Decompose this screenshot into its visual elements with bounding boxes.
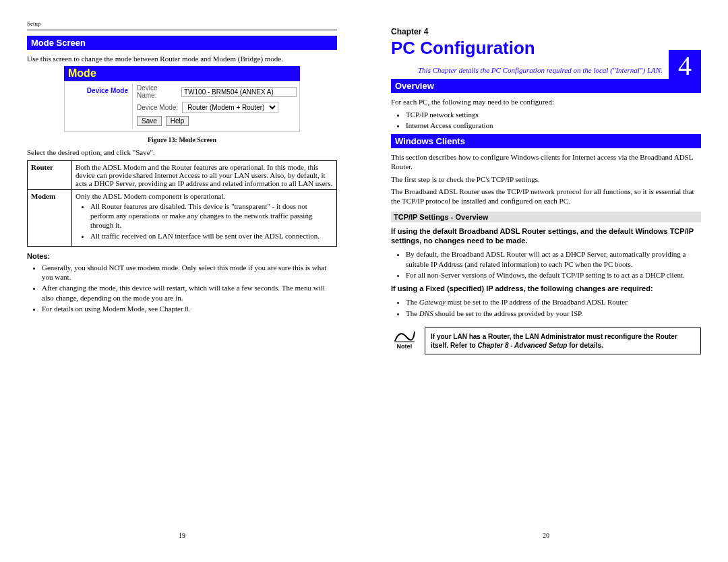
after-figure-text: Select the desired option, and click "Sa… (27, 148, 337, 157)
mode-screen-figure: Mode Device Mode Device Name: Device Mod… (64, 66, 300, 132)
notes-heading: Notes: (27, 252, 337, 260)
list-item: Generally, you should NOT use modem mode… (42, 263, 337, 282)
router-cell-label: Router (28, 160, 72, 189)
header-rule (27, 30, 337, 30)
router-cell-text: Both the ADSL Modem and the Router featu… (72, 160, 337, 189)
modem-cell-label: Modem (28, 189, 72, 246)
figure-caption: Figure 13: Mode Screen (27, 136, 337, 144)
device-mode-select[interactable]: Router (Modem + Router) (182, 102, 278, 113)
list-item: After changing the mode, this device wil… (42, 283, 337, 303)
help-button[interactable]: Help (166, 116, 189, 126)
list-item: TCP/IP network settings (406, 110, 701, 119)
left-page: Setup Mode Screen Use this screen to cha… (27, 20, 337, 539)
tcpip-heading: TCP/IP Settings - Overview (391, 212, 701, 222)
mode-figure-body: Device Mode Device Name: Device Mode: Ro… (64, 81, 300, 132)
device-mode-label: Device Mode: (137, 104, 178, 111)
note-icon-label: Note! (397, 343, 413, 350)
list-item: All Router features are disabled. This d… (90, 201, 333, 230)
list-item: Internet Access configuration (406, 121, 701, 130)
modem-bullets: All Router features are disabled. This d… (75, 201, 333, 241)
list-item: The Gateway must be set to the IP addres… (406, 297, 701, 307)
mode-intro: Use this screen to change the mode betwe… (27, 54, 337, 63)
save-button[interactable]: Save (137, 116, 162, 126)
mode-options-table: Router Both the ADSL Modem and the Route… (27, 160, 337, 247)
notes-list: Generally, you should NOT use modem mode… (27, 263, 337, 313)
section-bar-mode-screen: Mode Screen (27, 36, 337, 50)
overview-list: TCP/IP network settings Internet Access … (391, 110, 701, 131)
note-text-em: Chapter 8 - Advanced Setup (477, 342, 567, 349)
device-name-row: Device Name: (137, 84, 297, 99)
running-head: Setup (27, 20, 337, 27)
chapter-blurb: This Chapter details the PC Configuratio… (418, 65, 701, 75)
mode-figure-bar: Mode (64, 66, 300, 81)
tcpip-bold1: If using the default Broadband ADSL Rout… (391, 226, 701, 246)
list-item: For details on using Modem Mode, see Cha… (42, 304, 337, 313)
overview-intro: For each PC, the following may need to b… (391, 97, 701, 106)
list-item: By default, the Broadband ADSL Router wi… (406, 249, 701, 269)
win-p1: This section describes how to configure … (391, 152, 701, 172)
tcpip-list-2: The Gateway must be set to the IP addres… (391, 297, 701, 318)
win-p2: The first step is to check the PC's TCP/… (391, 175, 701, 184)
dns-text-a: The (406, 309, 419, 317)
chapter-number-box: 4 (669, 50, 701, 82)
win-p3: The Broadband ADSL Router uses the TCP/I… (391, 187, 701, 206)
page-spread: Setup Mode Screen Use this screen to cha… (0, 0, 728, 553)
page-number-right: 20 (391, 532, 701, 539)
device-mode-row: Device Mode: Router (Modem + Router) (137, 102, 297, 113)
mode-sidebar-label: Device Mode (67, 84, 132, 129)
right-page: 4 Chapter 4 PC Configuration This Chapte… (391, 20, 701, 539)
device-name-label: Device Name: (137, 84, 177, 99)
dns-text-b: should be set to the address provided by… (433, 309, 583, 317)
table-row: Router Both the ADSL Modem and the Route… (28, 160, 337, 189)
dns-em: DNS (419, 309, 433, 317)
list-item: For all non-Server versions of Windows, … (406, 270, 701, 280)
note-text-2: for details. (567, 342, 603, 349)
page-number-left: 19 (27, 532, 337, 539)
mode-buttons-row: Save Help (137, 116, 297, 126)
note-text: If your LAN has a Router, the LAN Admini… (425, 327, 701, 354)
tcpip-list-1: By default, the Broadband ADSL Router wi… (391, 249, 701, 280)
note-icon: Note! (391, 327, 418, 350)
modem-cell-text: Only the ADSL Modem component is operati… (72, 189, 337, 246)
gateway-text-a: The (406, 298, 419, 306)
mode-fields: Device Name: Device Mode: Router (Modem … (132, 84, 297, 129)
gateway-em: Gateway (419, 298, 446, 306)
device-name-input[interactable] (181, 87, 297, 97)
list-item: All traffic received on LAN interface wi… (90, 231, 333, 241)
chapter-label: Chapter 4 (391, 27, 701, 36)
tcpip-bold2: If using a Fixed (specified) IP address,… (391, 284, 701, 293)
section-bar-windows: Windows Clients (391, 134, 701, 148)
list-item: The DNS should be set to the address pro… (406, 309, 701, 318)
gateway-text-b: must be set to the IP address of the Bro… (446, 298, 628, 306)
table-row: Modem Only the ADSL Modem component is o… (28, 189, 337, 246)
section-bar-overview: Overview (391, 79, 701, 93)
note-box: Note! If your LAN has a Router, the LAN … (391, 327, 701, 354)
chapter-title: PC Configuration (391, 38, 701, 59)
modem-cell-intro: Only the ADSL Modem component is operati… (75, 192, 225, 200)
